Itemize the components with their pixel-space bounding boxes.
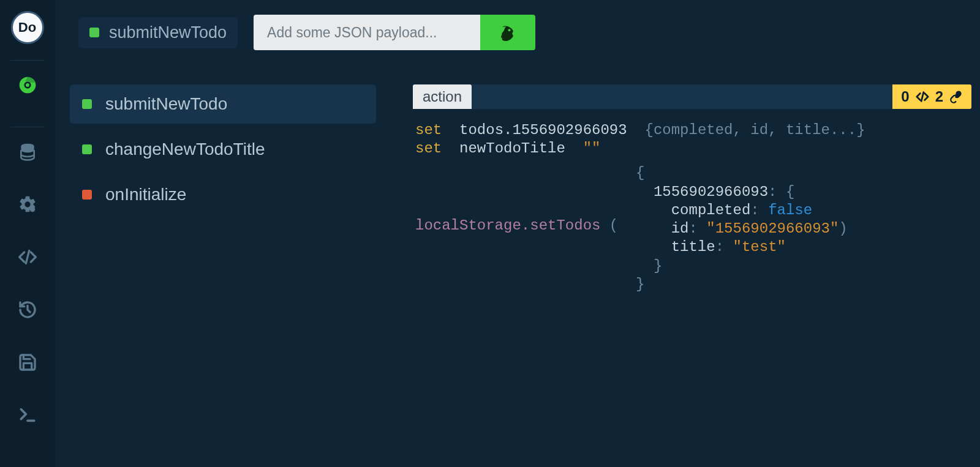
svg-point-7 bbox=[508, 29, 511, 31]
topbar: submitNewTodo bbox=[55, 0, 980, 65]
details-tab-action[interactable]: action bbox=[413, 84, 472, 109]
payload-row bbox=[254, 15, 535, 50]
save-icon[interactable] bbox=[17, 351, 39, 373]
current-action-chip: submitNewTodo bbox=[78, 17, 238, 48]
sidebar-divider bbox=[10, 60, 45, 61]
settings-icon[interactable] bbox=[17, 193, 39, 215]
database-icon[interactable] bbox=[17, 141, 39, 163]
counter-left: 0 bbox=[901, 88, 909, 105]
action-trace-code: set todos.1556902966093 {completed, id, … bbox=[413, 109, 971, 306]
history-icon[interactable] bbox=[17, 299, 39, 321]
svg-line-5 bbox=[26, 250, 29, 263]
status-indicator bbox=[82, 99, 92, 109]
trace-set-line: set newTodoTitle "" bbox=[415, 140, 969, 158]
sidebar-divider-2 bbox=[10, 127, 45, 127]
current-action-name: submitNewTodo bbox=[109, 23, 227, 42]
run-action-button[interactable] bbox=[480, 15, 535, 50]
link-icon bbox=[949, 90, 963, 103]
counter-right: 2 bbox=[935, 88, 943, 105]
avatar-label: Do bbox=[18, 20, 36, 35]
details-counter-badge[interactable]: 0 2 bbox=[892, 84, 971, 109]
svg-line-8 bbox=[921, 92, 924, 102]
trace-effect-call: localStorage.setTodos ( { 1556902966093:… bbox=[415, 158, 969, 294]
svg-point-4 bbox=[29, 207, 35, 212]
avatar[interactable]: Do bbox=[11, 11, 44, 44]
status-indicator bbox=[82, 144, 92, 154]
action-item-changenewtodotitle[interactable]: changeNewTodoTitle bbox=[70, 130, 376, 169]
action-item-label: submitNewTodo bbox=[105, 94, 227, 114]
status-indicator bbox=[89, 28, 99, 37]
action-item-label: onInitialize bbox=[105, 185, 186, 204]
code-icon[interactable] bbox=[17, 246, 39, 268]
rocket-icon bbox=[499, 23, 517, 42]
action-list: submitNewTodo changeNewTodoTitle onIniti… bbox=[70, 84, 376, 467]
status-indicator bbox=[82, 190, 92, 200]
main-panel: submitNewTodo submitNewTodo changeNewTod… bbox=[55, 0, 980, 467]
chrome-icon[interactable] bbox=[17, 74, 39, 96]
sidebar: Do bbox=[0, 0, 55, 467]
details-header: action 0 2 bbox=[413, 84, 971, 109]
body-row: submitNewTodo changeNewTodoTitle onIniti… bbox=[55, 65, 980, 467]
terminal-icon[interactable] bbox=[17, 404, 39, 426]
payload-input[interactable] bbox=[254, 15, 480, 50]
svg-point-2 bbox=[26, 83, 29, 87]
details-panel: action 0 2 set todos.1556902966093 {comp… bbox=[413, 84, 971, 467]
trace-set-line: set todos.1556902966093 {completed, id, … bbox=[415, 121, 969, 140]
action-item-label: changeNewTodoTitle bbox=[105, 140, 265, 159]
action-item-submitnewtodo[interactable]: submitNewTodo bbox=[70, 84, 376, 124]
code-icon bbox=[916, 90, 929, 103]
action-item-oninitialize[interactable]: onInitialize bbox=[70, 175, 376, 214]
